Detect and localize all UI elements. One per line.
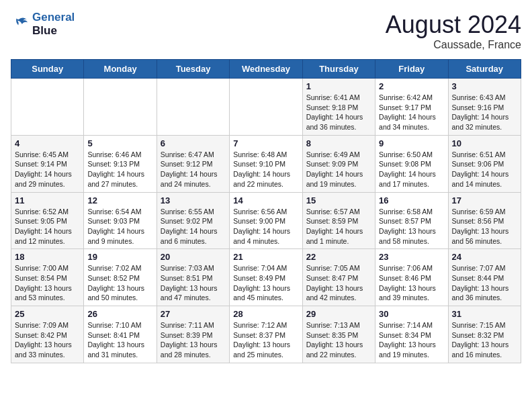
calendar-cell: 3Sunrise: 6:43 AM Sunset: 9:16 PM Daylig… bbox=[448, 79, 521, 136]
day-number: 25 bbox=[15, 309, 80, 319]
day-number: 21 bbox=[233, 252, 298, 262]
day-number: 24 bbox=[452, 252, 517, 262]
calendar-cell: 27Sunrise: 7:11 AM Sunset: 8:39 PM Dayli… bbox=[157, 306, 229, 363]
day-info: Sunrise: 6:57 AM Sunset: 8:59 PM Dayligh… bbox=[306, 207, 371, 246]
calendar-cell bbox=[157, 79, 229, 136]
day-info: Sunrise: 7:14 AM Sunset: 8:34 PM Dayligh… bbox=[379, 320, 444, 360]
day-info: Sunrise: 6:49 AM Sunset: 9:09 PM Dayligh… bbox=[306, 150, 371, 189]
calendar-table: SundayMondayTuesdayWednesdayThursdayFrid… bbox=[11, 59, 521, 363]
day-number: 16 bbox=[379, 195, 444, 205]
day-info: Sunrise: 7:06 AM Sunset: 8:46 PM Dayligh… bbox=[379, 263, 444, 303]
day-number: 9 bbox=[379, 138, 444, 148]
calendar-cell: 18Sunrise: 7:00 AM Sunset: 8:54 PM Dayli… bbox=[11, 249, 84, 306]
calendar-cell: 1Sunrise: 6:41 AM Sunset: 9:18 PM Daylig… bbox=[302, 79, 375, 136]
day-number: 6 bbox=[161, 138, 226, 148]
day-number: 19 bbox=[87, 252, 152, 262]
day-info: Sunrise: 6:47 AM Sunset: 9:12 PM Dayligh… bbox=[161, 150, 226, 189]
day-number: 29 bbox=[306, 309, 371, 319]
calendar-cell bbox=[230, 79, 302, 136]
weekday-header-friday: Friday bbox=[375, 60, 448, 79]
day-number: 10 bbox=[452, 138, 517, 148]
calendar-header: SundayMondayTuesdayWednesdayThursdayFrid… bbox=[11, 60, 521, 79]
calendar-cell: 12Sunrise: 6:54 AM Sunset: 9:03 PM Dayli… bbox=[84, 192, 157, 249]
calendar-cell: 9Sunrise: 6:50 AM Sunset: 9:08 PM Daylig… bbox=[375, 135, 448, 192]
calendar-week-1: 1Sunrise: 6:41 AM Sunset: 9:18 PM Daylig… bbox=[11, 79, 521, 136]
day-info: Sunrise: 7:11 AM Sunset: 8:39 PM Dayligh… bbox=[161, 320, 226, 360]
day-number: 23 bbox=[379, 252, 444, 262]
calendar-cell: 25Sunrise: 7:09 AM Sunset: 8:42 PM Dayli… bbox=[11, 306, 84, 363]
day-info: Sunrise: 7:15 AM Sunset: 8:32 PM Dayligh… bbox=[452, 320, 517, 360]
day-info: Sunrise: 6:54 AM Sunset: 9:03 PM Dayligh… bbox=[87, 207, 152, 246]
calendar-cell: 16Sunrise: 6:58 AM Sunset: 8:57 PM Dayli… bbox=[375, 192, 448, 249]
weekday-header-thursday: Thursday bbox=[302, 60, 375, 79]
day-info: Sunrise: 7:09 AM Sunset: 8:42 PM Dayligh… bbox=[15, 320, 80, 360]
day-info: Sunrise: 6:46 AM Sunset: 9:13 PM Dayligh… bbox=[87, 150, 152, 189]
day-info: Sunrise: 6:41 AM Sunset: 9:18 PM Dayligh… bbox=[306, 93, 371, 132]
logo-text: General Blue bbox=[32, 11, 75, 38]
day-info: Sunrise: 6:42 AM Sunset: 9:17 PM Dayligh… bbox=[379, 93, 444, 132]
calendar-cell: 23Sunrise: 7:06 AM Sunset: 8:46 PM Dayli… bbox=[375, 249, 448, 306]
weekday-header-tuesday: Tuesday bbox=[157, 60, 229, 79]
calendar-cell: 29Sunrise: 7:13 AM Sunset: 8:35 PM Dayli… bbox=[302, 306, 375, 363]
day-info: Sunrise: 6:58 AM Sunset: 8:57 PM Dayligh… bbox=[379, 207, 444, 246]
day-number: 22 bbox=[306, 252, 371, 262]
calendar-cell: 4Sunrise: 6:45 AM Sunset: 9:14 PM Daylig… bbox=[11, 135, 84, 192]
calendar-cell bbox=[84, 79, 157, 136]
calendar-cell bbox=[11, 79, 84, 136]
day-info: Sunrise: 6:52 AM Sunset: 9:05 PM Dayligh… bbox=[15, 207, 80, 246]
day-number: 18 bbox=[15, 252, 80, 262]
day-number: 26 bbox=[87, 309, 152, 319]
page-header: General Blue August 2024 Caussade, Franc… bbox=[11, 11, 521, 51]
title-block: August 2024 Caussade, France bbox=[386, 11, 521, 51]
calendar-body: 1Sunrise: 6:41 AM Sunset: 9:18 PM Daylig… bbox=[11, 79, 521, 363]
calendar-cell: 22Sunrise: 7:05 AM Sunset: 8:47 PM Dayli… bbox=[302, 249, 375, 306]
weekday-header-row: SundayMondayTuesdayWednesdayThursdayFrid… bbox=[11, 60, 521, 79]
day-info: Sunrise: 7:02 AM Sunset: 8:52 PM Dayligh… bbox=[87, 263, 152, 303]
calendar-cell: 10Sunrise: 6:51 AM Sunset: 9:06 PM Dayli… bbox=[448, 135, 521, 192]
day-number: 2 bbox=[379, 81, 444, 91]
calendar-cell: 19Sunrise: 7:02 AM Sunset: 8:52 PM Dayli… bbox=[84, 249, 157, 306]
calendar-cell: 26Sunrise: 7:10 AM Sunset: 8:41 PM Dayli… bbox=[84, 306, 157, 363]
day-info: Sunrise: 7:10 AM Sunset: 8:41 PM Dayligh… bbox=[87, 320, 152, 360]
day-number: 5 bbox=[87, 138, 152, 148]
weekday-header-sunday: Sunday bbox=[11, 60, 84, 79]
calendar-cell: 20Sunrise: 7:03 AM Sunset: 8:51 PM Dayli… bbox=[157, 249, 229, 306]
calendar-cell: 30Sunrise: 7:14 AM Sunset: 8:34 PM Dayli… bbox=[375, 306, 448, 363]
month-year: August 2024 bbox=[386, 11, 521, 39]
calendar-cell: 15Sunrise: 6:57 AM Sunset: 8:59 PM Dayli… bbox=[302, 192, 375, 249]
calendar-cell: 7Sunrise: 6:48 AM Sunset: 9:10 PM Daylig… bbox=[230, 135, 302, 192]
calendar-cell: 5Sunrise: 6:46 AM Sunset: 9:13 PM Daylig… bbox=[84, 135, 157, 192]
day-info: Sunrise: 7:04 AM Sunset: 8:49 PM Dayligh… bbox=[233, 263, 298, 303]
day-info: Sunrise: 7:03 AM Sunset: 8:51 PM Dayligh… bbox=[161, 263, 226, 303]
day-number: 27 bbox=[161, 309, 226, 319]
logo: General Blue bbox=[11, 11, 75, 38]
day-info: Sunrise: 6:56 AM Sunset: 9:00 PM Dayligh… bbox=[233, 207, 298, 246]
weekday-header-saturday: Saturday bbox=[448, 60, 521, 79]
day-number: 13 bbox=[161, 195, 226, 205]
day-number: 8 bbox=[306, 138, 371, 148]
day-info: Sunrise: 7:05 AM Sunset: 8:47 PM Dayligh… bbox=[306, 263, 371, 303]
day-info: Sunrise: 6:55 AM Sunset: 9:02 PM Dayligh… bbox=[161, 207, 226, 246]
day-number: 31 bbox=[452, 309, 517, 319]
weekday-header-wednesday: Wednesday bbox=[230, 60, 302, 79]
calendar-week-4: 18Sunrise: 7:00 AM Sunset: 8:54 PM Dayli… bbox=[11, 249, 521, 306]
day-number: 12 bbox=[87, 195, 152, 205]
calendar-cell: 21Sunrise: 7:04 AM Sunset: 8:49 PM Dayli… bbox=[230, 249, 302, 306]
day-number: 20 bbox=[161, 252, 226, 262]
calendar-cell: 2Sunrise: 6:42 AM Sunset: 9:17 PM Daylig… bbox=[375, 79, 448, 136]
day-number: 15 bbox=[306, 195, 371, 205]
day-info: Sunrise: 7:12 AM Sunset: 8:37 PM Dayligh… bbox=[233, 320, 298, 360]
day-info: Sunrise: 6:45 AM Sunset: 9:14 PM Dayligh… bbox=[15, 150, 80, 189]
day-number: 11 bbox=[15, 195, 80, 205]
day-info: Sunrise: 6:48 AM Sunset: 9:10 PM Dayligh… bbox=[233, 150, 298, 189]
day-info: Sunrise: 6:43 AM Sunset: 9:16 PM Dayligh… bbox=[452, 93, 517, 132]
calendar-week-2: 4Sunrise: 6:45 AM Sunset: 9:14 PM Daylig… bbox=[11, 135, 521, 192]
weekday-header-monday: Monday bbox=[84, 60, 157, 79]
logo-icon bbox=[11, 15, 30, 34]
calendar-cell: 28Sunrise: 7:12 AM Sunset: 8:37 PM Dayli… bbox=[230, 306, 302, 363]
location: Caussade, France bbox=[386, 39, 521, 51]
day-number: 4 bbox=[15, 138, 80, 148]
day-number: 28 bbox=[233, 309, 298, 319]
calendar-cell: 6Sunrise: 6:47 AM Sunset: 9:12 PM Daylig… bbox=[157, 135, 229, 192]
calendar-cell: 17Sunrise: 6:59 AM Sunset: 8:56 PM Dayli… bbox=[448, 192, 521, 249]
